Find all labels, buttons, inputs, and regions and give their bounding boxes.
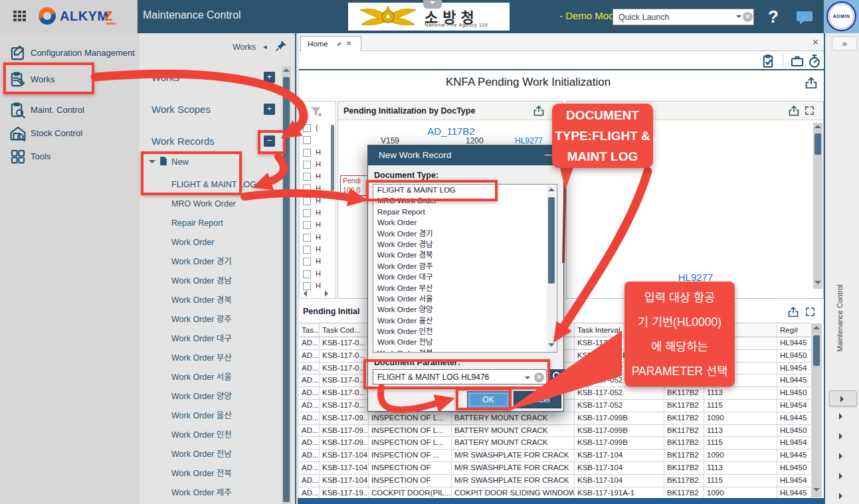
filter-row[interactable]: H [300, 220, 331, 232]
filter-row[interactable]: H [300, 147, 331, 159]
panel-reg-scrollbar[interactable] [813, 123, 822, 289]
chat-icon[interactable] [796, 11, 813, 25]
expander-button[interactable]: + [264, 104, 275, 115]
tree-child-item[interactable]: Work Order [140, 233, 288, 252]
share-icon[interactable] [805, 77, 817, 89]
filter-row[interactable]: H [300, 183, 331, 195]
tree-child-item[interactable]: Work Order 인천 [140, 426, 288, 445]
briefcase-icon[interactable] [791, 55, 804, 67]
tab-close-icon[interactable]: ✕ [346, 40, 351, 47]
cancel-button[interactable]: Cancel [514, 391, 561, 408]
collapse-button[interactable]: » [832, 37, 857, 50]
tree-child-item[interactable]: Work Order 경북 [140, 291, 288, 310]
tree-child-item[interactable]: MRO Work Order [140, 195, 288, 214]
tree-child-item[interactable]: Work Order 광주 [140, 310, 288, 329]
filter-row[interactable] [300, 135, 331, 147]
expander-button[interactable]: + [264, 72, 275, 83]
nav-section[interactable]: Works + [140, 66, 299, 98]
tab-home[interactable]: Home ✕ [300, 36, 361, 51]
doc-type-option[interactable]: Work Order 경남 [373, 239, 557, 250]
checkbox[interactable] [303, 234, 311, 242]
doc-type-option[interactable]: Work Order 서울 [373, 294, 557, 304]
checkbox[interactable] [303, 124, 311, 132]
checkbox[interactable] [303, 282, 311, 290]
checkbox[interactable] [303, 246, 311, 254]
share-icon[interactable] [533, 106, 544, 116]
clipboard-check-icon[interactable] [761, 54, 775, 68]
expand-icon[interactable] [805, 307, 815, 317]
row-expand-button[interactable] [829, 390, 857, 406]
search-button[interactable] [549, 369, 565, 384]
app-grid-icon[interactable] [13, 11, 27, 23]
tree-child-item[interactable]: Work Order 전남 [140, 445, 288, 464]
right-rail-label[interactable]: Maintenance Control [836, 166, 844, 352]
filter-row[interactable]: H [300, 196, 331, 208]
filter-icon[interactable] [310, 106, 322, 118]
clear-icon[interactable]: ✕ [743, 12, 753, 22]
sidebar-item-maint-control[interactable]: Maint. Control [0, 99, 140, 123]
grid-scrollbar[interactable] [811, 323, 822, 497]
grid-header-cell[interactable]: Task Cod... [320, 323, 369, 337]
sidebar-item-tools[interactable]: Tools [0, 145, 140, 169]
tree-child-item[interactable]: Work Order 대구 [140, 329, 288, 349]
doc-type-option[interactable]: Repair Report [373, 207, 557, 217]
doc-type-option[interactable]: Work Order 전북 [373, 348, 557, 353]
checkbox[interactable] [303, 149, 311, 157]
table-row[interactable]: AD... KSB-117-09... INSPECTION OF L... B… [299, 412, 811, 425]
close-icon[interactable]: ✕ [812, 37, 819, 47]
doc-type-option[interactable]: Work Order 인천 [373, 326, 557, 337]
modal-title-bar[interactable]: New Work Record — [368, 145, 563, 165]
row-expand-arrow-icon[interactable] [839, 433, 842, 440]
doc-type-listbox[interactable]: FLIGHT & MAINT LOG MRO Work Order Repair… [373, 184, 557, 353]
checkbox[interactable] [303, 270, 311, 278]
checkbox[interactable] [303, 209, 311, 217]
tree-child-item[interactable]: Work Order 전북 [140, 464, 288, 483]
table-row[interactable]: AD... KSB-117-104 INSPECTION OF ... M/R … [299, 450, 811, 462]
sidebar-item-stock-control[interactable]: Stock Control [0, 122, 140, 146]
tree-child-item[interactable]: Work Order 양양 [140, 387, 288, 406]
chevron-left-icon[interactable]: ◂ [263, 42, 267, 51]
nav-section[interactable]: Work Scopes + [140, 98, 299, 130]
doc-type-option[interactable]: Work Order 경기 [373, 228, 557, 239]
table-row[interactable]: AD... KSB-117-09... INSPECTION OF L... B… [299, 425, 811, 438]
doc-type-scrollbar[interactable] [547, 185, 556, 353]
filter-row[interactable]: H [300, 208, 331, 220]
chart-fragment-link[interactable]: HL9277 [515, 136, 543, 145]
doc-type-option[interactable]: Work Order 경북 [373, 250, 557, 260]
tree-child-item[interactable]: Work Order 경남 [140, 272, 288, 291]
doc-type-option[interactable]: Work Order [373, 217, 557, 228]
row-expand-arrow-icon[interactable] [839, 493, 842, 499]
scroll-right-icon[interactable] [325, 290, 328, 297]
quick-launch-combobox[interactable]: Quick Launch [613, 9, 754, 25]
tree-child-item[interactable]: Work Order 서울 [140, 368, 288, 387]
grid-header-cell[interactable]: Reg# [777, 323, 811, 337]
checkbox[interactable] [303, 185, 311, 193]
row-expand-arrow-icon[interactable] [839, 413, 842, 420]
grid-header-cell[interactable]: Tas... [299, 323, 320, 337]
tree-child-item[interactable]: Work Order 경기 [140, 252, 288, 272]
stopwatch-icon[interactable] [808, 54, 821, 68]
filter-row[interactable]: H [300, 256, 331, 268]
filter-row[interactable]: H [300, 159, 331, 171]
filter-mini-scrollbar[interactable] [331, 124, 335, 198]
share-icon[interactable] [788, 307, 799, 317]
checkbox[interactable] [303, 221, 311, 229]
doc-type-option[interactable]: Work Order 울산 [373, 315, 557, 326]
logo-collapse-tab[interactable] [423, 0, 442, 9]
table-row[interactable]: AD... KSB-117-104 INSPECTION OF M/R SWAS… [299, 462, 811, 475]
table-row[interactable]: AD... KSB-117-09... INSPECTION OF L... B… [299, 437, 811, 450]
dropdown-arrow-icon[interactable] [736, 15, 741, 21]
doc-type-option[interactable]: Work Order 전남 [373, 337, 557, 347]
checkbox[interactable] [303, 197, 311, 205]
filter-row[interactable]: H [300, 171, 331, 183]
doctype-link[interactable]: AD_117B2 [338, 126, 564, 137]
tree-child-item[interactable]: Work Order 제주 [140, 483, 288, 503]
pin-icon[interactable] [335, 41, 342, 48]
share-icon[interactable] [789, 106, 799, 116]
tree-child-item[interactable]: Repair Report [140, 214, 288, 233]
table-row[interactable]: AD... KSB-117-104 INSPECTION OF M/R SWAS… [299, 475, 811, 487]
scroll-left-icon[interactable] [304, 290, 307, 297]
checkbox[interactable] [303, 258, 311, 266]
doc-type-option[interactable]: Work Order 부산 [373, 283, 557, 294]
checkbox[interactable] [303, 161, 311, 169]
